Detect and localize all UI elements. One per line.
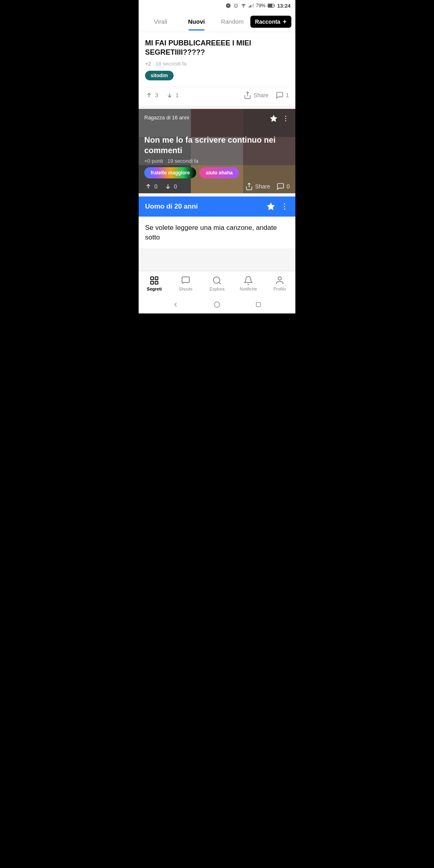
svg-point-22 — [284, 203, 285, 205]
recents-icon — [255, 301, 262, 308]
android-back-button[interactable] — [172, 301, 180, 309]
upvote-button-2[interactable]: 0 — [144, 182, 158, 190]
post-2-top-icons — [270, 115, 290, 123]
shouts-icon — [181, 276, 190, 285]
comment-button-1[interactable]: 1 — [276, 91, 289, 99]
share-label-2: Share — [255, 183, 270, 190]
upvote-button-1[interactable]: 3 — [145, 91, 158, 99]
star-icon-3[interactable] — [266, 202, 275, 211]
downvote-button-1[interactable]: 1 — [166, 91, 179, 99]
nav-esplora[interactable]: Esplora — [201, 273, 233, 294]
racconta-label: Racconta — [255, 18, 280, 25]
svg-line-4 — [237, 4, 238, 4]
svg-point-23 — [284, 206, 285, 207]
post-1-actions: 3 1 Share 1 — [145, 87, 289, 99]
comment-count-1: 1 — [286, 92, 289, 98]
nav-segreti-label: Segreti — [147, 287, 162, 291]
svg-rect-10 — [268, 4, 272, 7]
content-area: MI FAI PUBBLICAREEEE I MIEI SEGRETIIII??… — [139, 32, 295, 271]
post-1-time: 18 secondi fa — [156, 61, 186, 67]
post-3-header-icons — [266, 202, 289, 211]
downvote-count-1: 1 — [176, 92, 179, 98]
post-2-meta: +0 punti 19 secondi fa — [144, 158, 290, 164]
svg-point-15 — [285, 116, 287, 117]
post-2-category: Ragazza di 16 anni — [144, 115, 189, 121]
nav-nuovi[interactable]: Nuovi — [178, 12, 214, 31]
share-button-1[interactable]: Share — [244, 91, 268, 99]
nav-shouts-label: Shouts — [179, 287, 192, 291]
nav-virali[interactable]: Virali — [143, 12, 178, 31]
status-icons: 79% — [225, 3, 275, 8]
svg-rect-25 — [151, 277, 154, 280]
back-icon — [172, 301, 179, 308]
esplora-icon — [212, 276, 222, 285]
tag-fratello[interactable]: fratello maggiore — [144, 167, 196, 178]
upvote-icon-1 — [145, 91, 153, 99]
wifi-icon — [241, 3, 246, 8]
comment-icon-1 — [276, 91, 284, 99]
racconta-plus-icon: + — [283, 18, 287, 25]
more-icon-3[interactable] — [280, 202, 289, 211]
notifiche-icon — [244, 276, 253, 285]
bottom-nav: Segreti Shouts Esplora Notifiche Profilo — [139, 271, 295, 296]
star-icon-2[interactable] — [270, 115, 278, 123]
svg-rect-29 — [182, 277, 189, 283]
nav-random[interactable]: Random — [214, 12, 250, 31]
comment-button-2[interactable]: 0 — [276, 182, 290, 190]
status-time: 13:24 — [277, 3, 291, 9]
svg-point-24 — [284, 209, 285, 210]
post-2-actions: 0 0 Share 0 — [144, 182, 290, 190]
share-button-2[interactable]: Share — [245, 182, 270, 190]
nav-profilo-label: Profilo — [273, 287, 286, 291]
status-bar: 79% 13:24 — [139, 0, 295, 11]
post-card-2: Ragazza di 16 anni Non me lo fa scrivere… — [139, 109, 295, 193]
nav-notifiche[interactable]: Notifiche — [233, 273, 264, 294]
post-2-points: +0 punti — [144, 158, 163, 164]
racconta-button[interactable]: Racconta + — [250, 16, 291, 28]
svg-marker-21 — [267, 203, 274, 210]
svg-point-16 — [285, 118, 287, 119]
post-2-tags: fratello maggiore aiuto ahaha — [144, 167, 290, 178]
post-1-points: +2 — [145, 61, 151, 67]
svg-point-31 — [213, 277, 220, 283]
svg-rect-27 — [151, 281, 154, 284]
post-3-title: Se volete leggere una mia canzone, andat… — [145, 223, 289, 242]
downvote-icon-1 — [166, 91, 174, 99]
nav-profilo[interactable]: Profilo — [264, 273, 295, 294]
upvote-count-2: 0 — [154, 183, 158, 190]
svg-line-32 — [219, 283, 221, 284]
post-2-title: Non me lo fa scrivere continuo nei comme… — [144, 135, 290, 156]
svg-rect-26 — [155, 277, 158, 280]
nav-segreti[interactable]: Segreti — [139, 273, 170, 294]
svg-rect-35 — [256, 303, 261, 307]
comment-icon-2 — [276, 182, 285, 190]
post-3-header: Uomo di 20 anni — [139, 197, 295, 217]
android-home-button[interactable] — [213, 301, 221, 309]
post-card-3: Uomo di 20 anni Se volete leggere una mi… — [139, 197, 295, 249]
downvote-button-2[interactable]: 0 — [164, 182, 177, 190]
downvote-icon-2 — [164, 182, 172, 190]
signal-icon — [248, 3, 254, 8]
post-2-time: 19 secondi fa — [167, 158, 198, 164]
post-1-title: MI FAI PUBBLICAREEEE I MIEI SEGRETIIII??… — [145, 39, 289, 57]
svg-rect-6 — [250, 5, 251, 8]
android-nav — [139, 296, 295, 313]
svg-marker-14 — [270, 115, 277, 121]
post-3-category: Uomo di 20 anni — [145, 203, 198, 211]
segreti-icon — [149, 276, 159, 285]
tag-sitodim[interactable]: sitodim — [145, 71, 174, 80]
nav-shouts[interactable]: Shouts — [170, 273, 201, 294]
svg-point-33 — [278, 277, 281, 280]
svg-point-34 — [214, 302, 220, 307]
svg-point-17 — [285, 120, 287, 121]
nav-notifiche-label: Notifiche — [240, 287, 257, 291]
alarm-icon — [233, 3, 239, 8]
svg-rect-28 — [155, 281, 158, 284]
more-icon-2[interactable] — [282, 115, 290, 123]
svg-rect-8 — [253, 3, 254, 8]
tag-aiuto[interactable]: aiuto ahaha — [199, 167, 239, 178]
android-recents-button[interactable] — [254, 301, 262, 309]
battery-percent: 79% — [256, 3, 266, 8]
post-1-meta: +2 18 secondi fa — [145, 61, 289, 67]
svg-rect-7 — [252, 4, 252, 8]
